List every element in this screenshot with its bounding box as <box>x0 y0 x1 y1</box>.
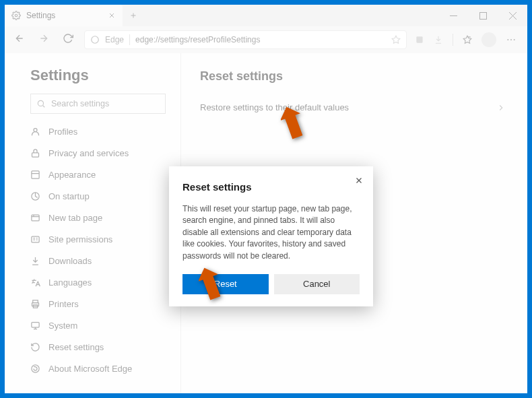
cancel-button[interactable]: Cancel <box>274 274 360 294</box>
annotation-arrow <box>281 104 311 145</box>
close-icon <box>354 176 364 185</box>
browser-window: Settings Edge edge://settings/resetProfi… <box>5 5 527 393</box>
annotation-arrow <box>199 265 229 306</box>
dialog-body: This will reset your startup page, new t… <box>182 203 360 262</box>
dialog-title: Reset settings <box>182 181 360 193</box>
dialog-close-button[interactable] <box>354 176 364 188</box>
